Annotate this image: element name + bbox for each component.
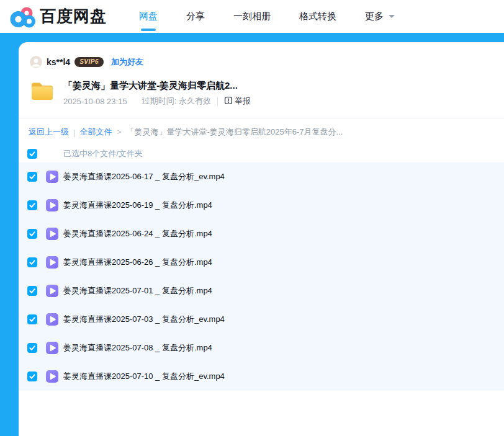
file-row[interactable]: 姜灵海直播课2025-07-01 _ 复盘分析.mp4 bbox=[19, 277, 504, 305]
breadcrumb-pipe: | bbox=[73, 128, 75, 137]
nav-item-label: 分享 bbox=[186, 11, 205, 22]
select-all-checkbox[interactable] bbox=[27, 149, 37, 159]
file-checkbox[interactable] bbox=[27, 343, 37, 353]
breadcrumb: 返回上一级 | 全部文件 > 「姜灵海」量学大讲堂-姜灵海归零启航2025年6-… bbox=[29, 127, 504, 138]
breadcrumb-back-link[interactable]: 返回上一级 bbox=[29, 127, 69, 138]
file-checkbox[interactable] bbox=[27, 286, 37, 296]
file-name[interactable]: 姜灵海直播课2025-07-08 _ 复盘分析.mp4 bbox=[63, 342, 212, 354]
file-row[interactable]: 姜灵海直播课2025-06-19 _ 复盘分析.mp4 bbox=[19, 191, 504, 220]
file-checkbox[interactable] bbox=[27, 229, 37, 239]
main-nav: 网盘分享一刻相册格式转换更多 bbox=[139, 0, 423, 33]
active-tab-underline bbox=[141, 29, 156, 31]
owner-username: ks**l4 bbox=[47, 57, 70, 67]
file-name[interactable]: 姜灵海直播课2025-06-19 _ 复盘分析.mp4 bbox=[63, 200, 212, 211]
share-title: 「姜灵海」量学大讲堂-姜灵海归零启航2... bbox=[63, 79, 251, 92]
breadcrumb-current-folder: 「姜灵海」量学大讲堂-姜灵海归零启航2025年6-7月复盘分... bbox=[126, 127, 343, 138]
file-row[interactable]: 姜灵海直播课2025-07-08 _ 复盘分析.mp4 bbox=[19, 334, 504, 362]
baidu-netdisk-share-page: 百度网盘 网盘分享一刻相册格式转换更多 ks**l4 SVIP6 加为好友 bbox=[0, 0, 504, 436]
chevron-down-icon bbox=[389, 15, 395, 18]
nav-item-moments-album[interactable]: 一刻相册 bbox=[233, 0, 271, 33]
meta-separator bbox=[217, 97, 218, 105]
netdisk-logo-icon bbox=[10, 5, 36, 29]
file-row[interactable]: 姜灵海直播课2025-07-03 _ 复盘分析_ev.mp4 bbox=[19, 305, 504, 334]
report-link[interactable]: 举报 bbox=[224, 96, 251, 107]
video-file-icon bbox=[46, 228, 58, 240]
file-row[interactable]: 姜灵海直播课2025-06-26 _ 复盘分析.mp4 bbox=[19, 248, 504, 277]
brand-logo[interactable]: 百度网盘 bbox=[10, 0, 107, 33]
file-checkbox[interactable] bbox=[27, 314, 37, 324]
file-name[interactable]: 姜灵海直播课2025-06-24 _ 复盘分析.mp4 bbox=[63, 228, 212, 239]
section-divider bbox=[19, 118, 504, 118]
report-icon bbox=[224, 96, 235, 107]
nav-item-label: 网盘 bbox=[139, 11, 158, 22]
file-checkbox[interactable] bbox=[27, 257, 37, 267]
nav-item-share[interactable]: 分享 bbox=[186, 0, 205, 33]
video-file-icon bbox=[46, 370, 58, 383]
file-name[interactable]: 姜灵海直播课2025-07-01 _ 复盘分析.mp4 bbox=[63, 285, 212, 296]
nav-item-netdisk[interactable]: 网盘 bbox=[139, 0, 158, 33]
breadcrumb-all-files-link[interactable]: 全部文件 bbox=[79, 127, 112, 138]
avatar bbox=[30, 56, 42, 68]
report-label: 举报 bbox=[235, 96, 251, 107]
nav-item-more[interactable]: 更多 bbox=[365, 0, 395, 33]
share-owner-row: ks**l4 SVIP6 加为好友 bbox=[30, 56, 504, 68]
nav-item-format-convert[interactable]: 格式转换 bbox=[299, 0, 336, 33]
file-name[interactable]: 姜灵海直播课2025-07-10 _ 复盘分析_ev.mp4 bbox=[63, 371, 225, 382]
file-list: 姜灵海直播课2025-06-17 _ 复盘分析_ev.mp4 姜灵海直播课202… bbox=[19, 162, 504, 391]
svip-badge: SVIP6 bbox=[74, 57, 104, 67]
breadcrumb-arrow: > bbox=[117, 128, 121, 136]
file-name[interactable]: 姜灵海直播课2025-06-17 _ 复盘分析_ev.mp4 bbox=[63, 171, 225, 182]
file-checkbox[interactable] bbox=[27, 200, 37, 210]
file-row[interactable]: 姜灵海直播课2025-07-10 _ 复盘分析_ev.mp4 bbox=[19, 362, 504, 391]
file-checkbox[interactable] bbox=[27, 172, 37, 182]
video-file-icon bbox=[46, 313, 58, 326]
expire-time: 过期时间: 永久有效 bbox=[142, 96, 211, 107]
brand-name: 百度网盘 bbox=[40, 6, 107, 27]
video-file-icon bbox=[46, 342, 58, 354]
file-checkbox[interactable] bbox=[27, 371, 37, 381]
video-file-icon bbox=[46, 199, 58, 211]
nav-item-label: 格式转换 bbox=[299, 11, 336, 22]
video-file-icon bbox=[46, 285, 58, 297]
file-name[interactable]: 姜灵海直播课2025-06-26 _ 复盘分析.mp4 bbox=[63, 257, 212, 268]
page-background: ks**l4 SVIP6 加为好友 「姜灵海」量学大讲堂-姜灵海归零启航2...… bbox=[0, 33, 504, 436]
file-name[interactable]: 姜灵海直播课2025-07-03 _ 复盘分析_ev.mp4 bbox=[63, 314, 225, 325]
share-meta: 2025-10-08 23:15 过期时间: 永久有效 bbox=[63, 96, 251, 107]
file-row[interactable]: 姜灵海直播课2025-06-17 _ 复盘分析_ev.mp4 bbox=[19, 162, 504, 191]
nav-item-label: 一刻相册 bbox=[233, 11, 271, 22]
selected-count-label: 已选中8个文件/文件夹 bbox=[63, 148, 143, 159]
share-content-card: ks**l4 SVIP6 加为好友 「姜灵海」量学大讲堂-姜灵海归零启航2...… bbox=[19, 42, 504, 436]
top-navigation-bar: 百度网盘 网盘分享一刻相册格式转换更多 bbox=[0, 0, 504, 33]
share-info: 「姜灵海」量学大讲堂-姜灵海归零启航2... 2025-10-08 23:15 … bbox=[29, 78, 504, 107]
add-friend-link[interactable]: 加为好友 bbox=[111, 56, 143, 68]
nav-item-label: 更多 bbox=[365, 11, 384, 22]
file-row[interactable]: 姜灵海直播课2025-06-24 _ 复盘分析.mp4 bbox=[19, 220, 504, 248]
folder-icon bbox=[29, 78, 56, 103]
share-time: 2025-10-08 23:15 bbox=[63, 97, 127, 106]
video-file-icon bbox=[46, 256, 58, 269]
select-all-row: 已选中8个文件/文件夹 bbox=[19, 145, 504, 162]
share-text: 「姜灵海」量学大讲堂-姜灵海归零启航2... 2025-10-08 23:15 … bbox=[63, 78, 251, 107]
video-file-icon bbox=[46, 171, 58, 183]
